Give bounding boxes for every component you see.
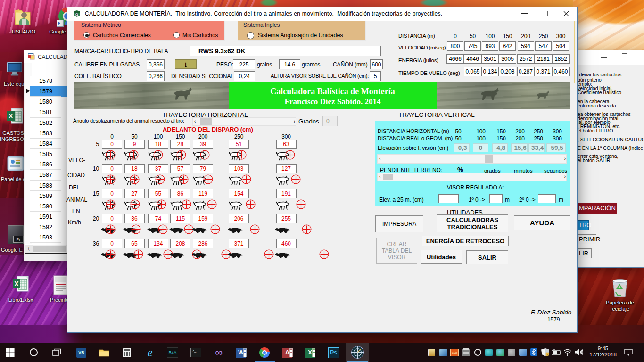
svg-text:X: X <box>8 112 13 120</box>
svg-text:!: ! <box>547 353 548 356</box>
svg-text:X: X <box>14 280 19 288</box>
